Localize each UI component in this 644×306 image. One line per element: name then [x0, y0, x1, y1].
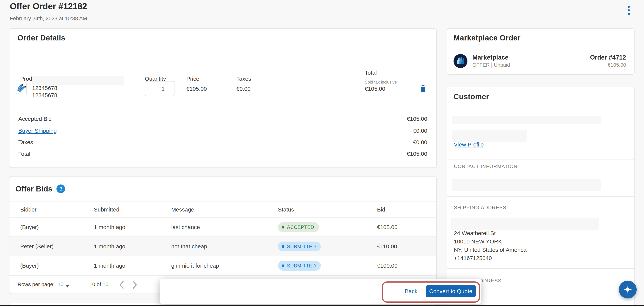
buyer-shipping-link[interactable]: Buyer Shipping	[18, 128, 57, 134]
offer-bids-title: Offer Bids	[16, 185, 52, 193]
product-sku-line2: 12345678	[32, 92, 57, 99]
marketplace-subtitle: OFFER | Unpaid	[472, 62, 510, 68]
summary-label: Accepted Bid	[18, 116, 52, 122]
convert-to-quote-button[interactable]: Convert to Quote	[426, 285, 476, 297]
quantity-input[interactable]	[145, 81, 174, 96]
summary-taxes: Taxes €0.00	[18, 139, 427, 146]
marketplace-order-amount: €105.00	[590, 62, 626, 68]
chevron-right-icon	[132, 281, 138, 289]
rows-per-page-value[interactable]: 10	[58, 281, 64, 287]
section-divider	[447, 160, 634, 160]
bid-message: not that cheap	[171, 243, 207, 250]
contact-information-label: CONTACT INFORMATION	[454, 163, 518, 169]
bid-bidder: (Buyer)	[20, 224, 39, 230]
status-dot-icon	[282, 245, 284, 248]
page-date: February 24th, 2023 at 10:38 AM	[10, 16, 87, 22]
line-total: €105.00	[365, 86, 385, 92]
customer-title: Customer	[454, 92, 489, 101]
bid-submitted: 1 month ago	[94, 224, 125, 230]
assistant-fab-button[interactable]	[619, 281, 637, 298]
summary-value: €0.00	[413, 128, 427, 134]
line-taxes: €0.00	[236, 86, 250, 92]
col-message: Message	[171, 206, 194, 213]
address-line: 10010 NEW YORK	[454, 237, 526, 246]
bid-bidder: (Buyer)	[20, 262, 39, 269]
more-options-kebab-icon[interactable]	[624, 4, 633, 17]
summary-value: €105.00	[407, 116, 427, 122]
marketplace-order-title: Marketplace Order	[454, 34, 520, 42]
offer-bids-count-badge: 3	[56, 184, 65, 193]
trash-icon	[420, 84, 427, 93]
order-line-item: 12345678 12345678 €105.00 €0.00 €105.00	[10, 73, 436, 106]
offer-bids-card: Offer Bids 3 Bidder Submitted Message St…	[9, 176, 437, 294]
address-line: 24 Weatherell St	[454, 229, 526, 237]
rows-per-page-label: Rows per page:	[18, 281, 54, 287]
summary-value: €0.00	[413, 139, 427, 146]
bid-message: gimmie it for cheap	[171, 262, 219, 269]
col-bidder: Bidder	[20, 206, 37, 213]
status-badge-submitted: SUBMITTED	[278, 261, 321, 271]
window-bottom-edge	[0, 305, 644, 306]
summary-buyer-shipping: Buyer Shipping €0.00	[18, 127, 427, 135]
order-details-card: Order Details Product Quantity Price Tax…	[9, 28, 437, 168]
page-title: Offer Order #12182	[10, 1, 87, 11]
bid-amount: €110.00	[377, 243, 397, 250]
order-details-title: Order Details	[17, 34, 65, 42]
status-dot-icon	[282, 226, 284, 228]
marketplace-order-number: Order #4712	[590, 54, 626, 61]
address-line: NY, United States of America	[454, 246, 526, 254]
back-button[interactable]: Back	[399, 285, 423, 297]
status-dot-icon	[282, 264, 284, 267]
bid-amount: €100.00	[377, 262, 398, 269]
diving-fins-image	[17, 83, 26, 94]
redacted-product-name	[32, 76, 124, 85]
bid-table-row: Peter (Seller) 1 month ago not that chea…	[10, 237, 436, 256]
section-divider	[447, 268, 634, 269]
bid-message: last chance	[171, 224, 200, 230]
summary-label: Taxes	[18, 139, 33, 146]
shipping-address-block: 24 Weatherell St 10010 NEW YORK NY, Unit…	[454, 229, 526, 262]
bid-submitted: 1 month ago	[94, 262, 125, 269]
marketplace-order-content: Marketplace OFFER | Unpaid Order #4712 €…	[447, 47, 634, 75]
customer-card: Customer View Profile CONTACT INFORMATIO…	[447, 87, 634, 306]
rows-per-page-caret-icon[interactable]	[65, 285, 70, 287]
bid-amount: €105.00	[377, 224, 398, 230]
bid-table-row: (Buyer) 1 month ago last chance ACCEPTED…	[10, 217, 436, 237]
next-page-button[interactable]	[130, 280, 140, 290]
product-thumbnail	[16, 83, 27, 94]
redacted-customer-detail	[452, 130, 527, 142]
section-divider	[447, 196, 634, 197]
col-submitted: Submitted	[94, 206, 119, 213]
order-details-table-header: Product Quantity Price Taxes Total Sold …	[10, 47, 436, 73]
marketplace-names: Marketplace OFFER | Unpaid	[472, 54, 510, 68]
summary-label: Total	[18, 151, 30, 157]
bid-table-row: (Buyer) 1 month ago gimmie it for cheap …	[10, 256, 436, 275]
summary-accepted-bid: Accepted Bid €105.00	[18, 115, 427, 123]
offer-bids-header: Offer Bids 3	[10, 177, 436, 201]
order-details-header: Order Details	[10, 29, 436, 47]
bids-table-header: Bidder Submitted Message Status Bid	[10, 201, 436, 217]
floating-action-bar: Back Convert to Quote	[160, 278, 481, 304]
view-profile-link[interactable]: View Profile	[454, 141, 484, 148]
redacted-address-line	[451, 218, 599, 230]
status-badge-accepted: ACCEPTED	[278, 222, 319, 232]
marketplace-order-summary: Order #4712 €105.00	[590, 54, 626, 68]
col-status: Status	[278, 206, 294, 213]
marketplace-order-card: Marketplace Order Marketplace OFFER | Un…	[447, 28, 634, 75]
bid-submitted: 1 month ago	[94, 243, 125, 250]
marketplace-order-header: Marketplace Order	[447, 29, 634, 47]
compass-star-icon	[623, 284, 632, 295]
previous-page-button[interactable]	[117, 280, 126, 290]
line-price: €105.00	[186, 86, 207, 92]
redacted-contact-info	[452, 179, 601, 191]
pagination-range: 1–10 of 10	[84, 281, 108, 287]
chevron-left-icon	[119, 281, 124, 289]
status-badge-submitted: SUBMITTED	[278, 241, 321, 251]
marketplace-name: Marketplace	[472, 54, 510, 61]
address-line: +14167125040	[454, 254, 526, 262]
product-sku-line1: 12345678	[32, 85, 57, 91]
marketplace-logo	[454, 54, 468, 68]
col-bid: Bid	[377, 206, 385, 213]
delete-line-item-button[interactable]	[419, 83, 428, 94]
redacted-customer-name	[452, 116, 601, 124]
